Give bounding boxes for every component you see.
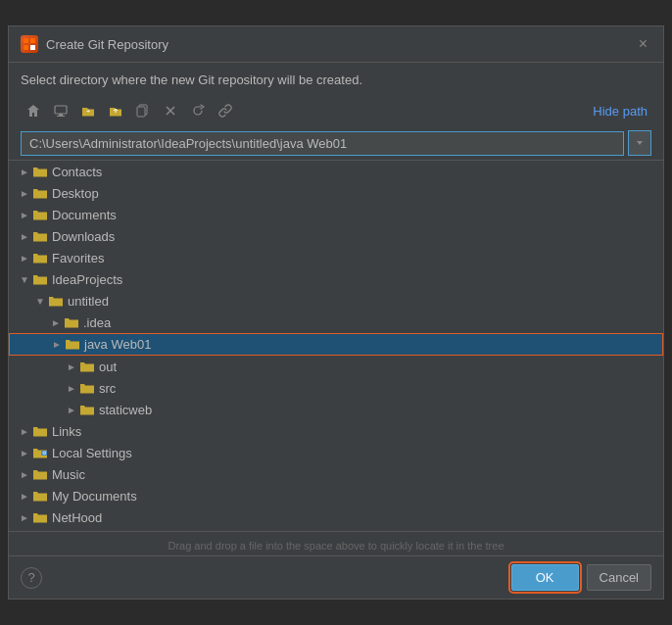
folder-icon bbox=[32, 509, 48, 526]
folder-icon bbox=[79, 380, 95, 397]
tree-item-label: Links bbox=[52, 424, 81, 439]
svg-rect-4 bbox=[55, 106, 67, 114]
tree-item[interactable]: ►java Web01 bbox=[9, 333, 663, 356]
svg-rect-5 bbox=[59, 114, 63, 116]
cancel-button[interactable]: Cancel bbox=[587, 564, 651, 591]
tree-item-label: Favorites bbox=[52, 251, 104, 265]
tree-item[interactable]: ►Documents bbox=[9, 204, 663, 225]
folder-up-button[interactable] bbox=[103, 99, 128, 122]
file-tree[interactable]: ►Contacts►Desktop►Documents►Downloads►Fa… bbox=[9, 160, 663, 532]
tree-item[interactable]: ►Desktop bbox=[9, 182, 663, 204]
toolbar-buttons: + bbox=[21, 99, 238, 122]
tree-arrow: ► bbox=[17, 512, 32, 523]
home-button[interactable] bbox=[21, 99, 46, 122]
svg-rect-2 bbox=[24, 45, 28, 50]
path-input[interactable] bbox=[21, 131, 624, 156]
tree-item-label: Contacts bbox=[52, 165, 102, 179]
tree-arrow: ► bbox=[17, 491, 32, 502]
svg-rect-9 bbox=[137, 107, 145, 117]
tree-arrow: ► bbox=[17, 167, 32, 177]
help-button[interactable]: ? bbox=[21, 567, 42, 589]
folder-icon bbox=[64, 314, 79, 331]
folder-icon bbox=[32, 185, 48, 202]
app-icon bbox=[21, 35, 38, 53]
tree-arrow: ► bbox=[17, 231, 32, 242]
footer: ? OK Cancel bbox=[9, 556, 663, 599]
tree-arrow: ► bbox=[17, 188, 32, 199]
svg-rect-1 bbox=[30, 38, 35, 43]
tree-item-label: out bbox=[99, 360, 117, 374]
tree-arrow: ► bbox=[64, 383, 79, 394]
dialog-subtitle: Select directory where the new Git repos… bbox=[9, 63, 663, 95]
tree-item[interactable]: ►Contacts bbox=[9, 161, 663, 182]
folder-icon bbox=[32, 250, 48, 266]
folder-icon bbox=[32, 423, 48, 440]
tree-arrow: ► bbox=[49, 339, 65, 350]
toolbar: + bbox=[9, 95, 663, 126]
folder-icon bbox=[32, 488, 48, 505]
create-git-repository-dialog: Create Git Repository × Select directory… bbox=[8, 25, 664, 600]
link-button[interactable] bbox=[213, 99, 238, 122]
hide-path-button[interactable]: Hide path bbox=[589, 102, 651, 120]
path-dropdown-button[interactable] bbox=[628, 130, 651, 156]
tree-item[interactable]: ►Music bbox=[9, 463, 663, 485]
tree-item-label: Music bbox=[52, 467, 85, 482]
path-bar bbox=[21, 130, 651, 156]
tree-item[interactable]: ►⚙Local Settings bbox=[9, 442, 663, 463]
tree-arrow: ► bbox=[17, 210, 32, 220]
desktop-button[interactable] bbox=[48, 99, 73, 122]
tree-item-label: My Documents bbox=[52, 489, 137, 504]
tree-item[interactable]: ►My Documents bbox=[9, 485, 663, 506]
tree-item[interactable]: ▼IdeaProjects bbox=[9, 268, 663, 290]
tree-item-label: java Web01 bbox=[84, 337, 151, 352]
tree-item-label: untitled bbox=[68, 294, 109, 309]
folder-icon bbox=[79, 402, 95, 418]
tree-item-label: IdeaProjects bbox=[52, 272, 122, 287]
title-bar: Create Git Repository × bbox=[9, 26, 663, 63]
folder-icon bbox=[79, 359, 95, 375]
drag-hint: Drag and drop a file into the space abov… bbox=[9, 536, 663, 555]
tree-arrow: ▼ bbox=[17, 274, 32, 285]
folder-icon bbox=[32, 207, 48, 223]
copy-button[interactable] bbox=[130, 99, 156, 122]
svg-rect-3 bbox=[30, 45, 35, 50]
tree-item[interactable]: ►out bbox=[9, 356, 663, 377]
tree-item[interactable]: ►Links bbox=[9, 420, 663, 442]
delete-button[interactable] bbox=[158, 99, 183, 122]
tree-item-label: NetHood bbox=[52, 510, 102, 525]
tree-item-label: src bbox=[99, 381, 116, 396]
tree-arrow: ► bbox=[17, 469, 32, 480]
tree-item[interactable]: ►src bbox=[9, 377, 663, 399]
ok-button[interactable]: OK bbox=[511, 564, 579, 591]
tree-arrow: ► bbox=[64, 405, 79, 415]
folder-icon bbox=[32, 271, 48, 288]
tree-arrow: ► bbox=[17, 448, 32, 458]
svg-text:+: + bbox=[86, 107, 91, 116]
close-button[interactable]: × bbox=[635, 34, 651, 54]
tree-item[interactable]: ►Downloads bbox=[9, 225, 663, 247]
tree-item-label: Downloads bbox=[52, 229, 115, 244]
svg-rect-6 bbox=[57, 116, 65, 117]
refresh-button[interactable] bbox=[185, 99, 211, 122]
tree-item-label: Desktop bbox=[52, 186, 99, 201]
tree-item[interactable]: ►NetHood bbox=[9, 506, 663, 528]
folder-icon bbox=[48, 293, 64, 310]
footer-buttons: OK Cancel bbox=[511, 564, 651, 591]
tree-item[interactable]: ►staticweb bbox=[9, 399, 663, 420]
tree-item-label: staticweb bbox=[99, 403, 152, 417]
tree-item-label: Documents bbox=[52, 208, 117, 222]
tree-item-label: Local Settings bbox=[52, 446, 132, 460]
tree-item[interactable]: ►Favorites bbox=[9, 247, 663, 268]
tree-item[interactable]: ▼untitled bbox=[9, 290, 663, 312]
new-folder-button[interactable]: + bbox=[75, 99, 101, 122]
tree-arrow: ► bbox=[64, 361, 79, 372]
folder-icon: ⚙ bbox=[32, 445, 48, 461]
title-bar-left: Create Git Repository bbox=[21, 35, 168, 53]
folder-icon bbox=[65, 336, 80, 353]
tree-arrow: ▼ bbox=[32, 296, 48, 307]
tree-item[interactable]: ►.idea bbox=[9, 312, 663, 333]
folder-icon bbox=[32, 164, 48, 180]
tree-arrow: ► bbox=[17, 426, 32, 437]
tree-item-label: .idea bbox=[83, 315, 111, 330]
svg-rect-0 bbox=[24, 38, 28, 43]
